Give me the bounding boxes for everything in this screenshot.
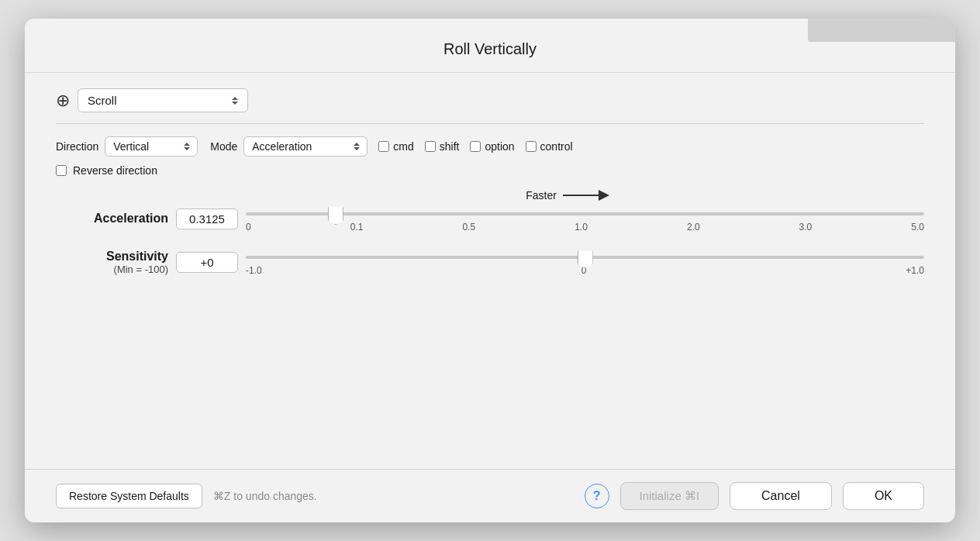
tick-20: 2.0 [687,222,700,233]
acceleration-section: Acceleration 0 0.1 0.5 1.0 2.0 3.0 5.0 [56,205,924,233]
reverse-checkbox[interactable] [56,165,67,176]
acceleration-row: Acceleration 0 0.1 0.5 1.0 2.0 3.0 5.0 [56,205,924,233]
initialize-button: Initialize ⌘I [620,482,719,510]
help-button[interactable]: ? [585,484,609,508]
tick-neg10: -1.0 [246,265,262,276]
sensitivity-row: Sensitivity (Min = -100) -1.0 0 +1.0 [56,248,924,276]
faster-arrow [563,191,609,200]
sensitivity-label-group: Sensitivity (Min = -100) [56,250,168,275]
sensitivity-value-input[interactable] [176,252,238,273]
direction-label: Direction [56,140,98,153]
bottom-bar: Restore System Defaults ⌘Z to undo chang… [25,469,955,522]
tick-10: 1.0 [575,222,588,233]
controls-row: Direction Vertical Horizontal Mode Accel… [56,136,924,157]
tick-01: 0.1 [350,222,364,233]
cmd-label[interactable]: cmd [393,140,413,153]
tick-0: 0 [246,222,251,233]
sensitivity-section: Sensitivity (Min = -100) -1.0 0 +1.0 [56,248,924,276]
direction-select[interactable]: Vertical Horizontal [105,136,198,157]
cancel-button[interactable]: Cancel [730,482,832,510]
control-label[interactable]: control [540,140,573,153]
sensitivity-slider-container: -1.0 0 +1.0 [246,248,924,276]
scroll-type-select[interactable]: Scroll Click Drag [78,88,248,112]
sensitivity-label: Sensitivity [56,250,168,264]
dialog: Roll Vertically ⊕ Scroll Click Drag Dire… [25,19,955,522]
acceleration-slider-container: 0 0.1 0.5 1.0 2.0 3.0 5.0 [246,205,924,233]
mode-label: Mode [210,140,237,153]
shift-checkbox[interactable] [425,141,436,152]
tick-30: 3.0 [799,222,813,233]
control-checkbox[interactable] [526,141,537,152]
cmd-modifier: cmd [378,140,413,153]
option-checkbox[interactable] [470,141,481,152]
tick-50: 5.0 [911,222,924,233]
ok-button[interactable]: OK [843,482,924,510]
acceleration-value-input[interactable] [176,208,238,229]
dialog-title: Roll Vertically [25,19,955,73]
move-icon: ⊕ [56,91,70,111]
acceleration-slider[interactable] [246,212,924,215]
sensitivity-slider[interactable] [246,256,924,259]
mode-select[interactable]: Acceleration Linear Custom [243,136,368,157]
tick-pos10: +1.0 [906,265,924,276]
sensitivity-sublabel: (Min = -100) [56,264,168,275]
acceleration-label: Acceleration [56,212,168,226]
restore-defaults-button[interactable]: Restore System Defaults [56,484,202,508]
cmd-checkbox[interactable] [378,141,389,152]
shift-modifier: shift [425,140,460,153]
option-label[interactable]: option [485,140,514,153]
tick-05: 0.5 [462,222,475,233]
scroll-row: ⊕ Scroll Click Drag [56,88,924,124]
content-area: ⊕ Scroll Click Drag Direction Vertical H… [25,73,955,469]
control-modifier: control [526,140,573,153]
reverse-label[interactable]: Reverse direction [73,164,157,177]
reverse-row: Reverse direction [56,164,924,177]
faster-label: Faster [526,189,557,202]
shift-label[interactable]: shift [440,140,460,153]
faster-row: Faster [211,189,924,202]
option-modifier: option [470,140,514,153]
undo-hint: ⌘Z to undo changes. [213,490,317,502]
